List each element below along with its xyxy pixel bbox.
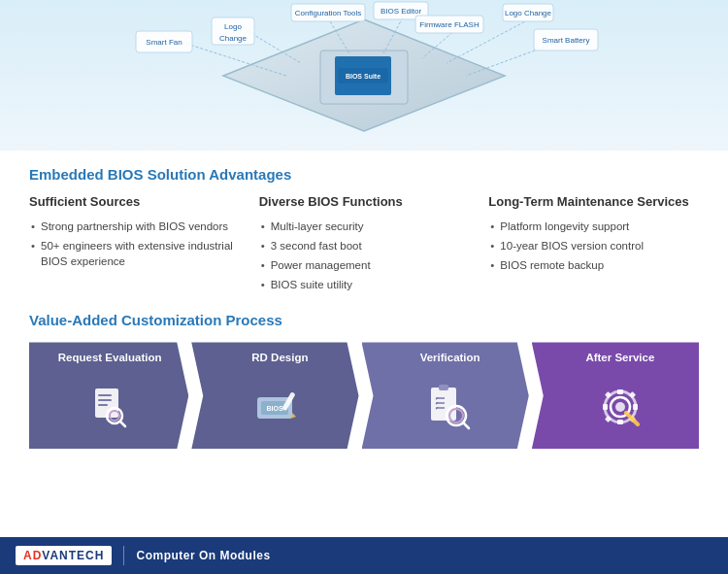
svg-text:BIOS Suite: BIOS Suite: [346, 73, 381, 80]
svg-text:BIOS Editor: BIOS Editor: [381, 7, 422, 16]
svg-rect-29: [98, 394, 112, 396]
step-rd-design: RD Design BIOS: [191, 342, 358, 449]
step-after-service: After Service: [532, 342, 699, 449]
step-request-evaluation: Request Evaluation: [29, 342, 188, 449]
rd-design-icon: BIOS: [253, 386, 307, 429]
step2-icon-wrap: BIOS: [253, 371, 307, 443]
col2-item-3: Power management: [259, 255, 470, 275]
col2-list: Multi-layer security 3 second fast boot …: [259, 217, 470, 294]
svg-rect-30: [98, 399, 112, 401]
svg-rect-58: [605, 391, 612, 398]
step-verification: Verification ✓ ✓ ✓: [362, 342, 529, 449]
svg-text:Firmware FLASH: Firmware FLASH: [419, 20, 480, 29]
col1-title: Sufficient Sources: [29, 194, 240, 209]
step2-label: RD Design: [251, 352, 308, 363]
svg-text:Configuration Tools: Configuration Tools: [295, 9, 361, 17]
after-service-icon: [595, 382, 645, 432]
top-diagram: BIOS Suite Smart Fan Logo Change Configu…: [0, 0, 728, 151]
verification-icon: ✓ ✓ ✓: [423, 383, 477, 431]
svg-text:Smart Battery: Smart Battery: [543, 36, 590, 45]
svg-rect-59: [629, 391, 636, 398]
col3-item-2: 10-year BIOS version control: [488, 236, 699, 255]
col3-list: Platform longevity support 10-year BIOS …: [488, 217, 699, 275]
request-evaluation-icon: [85, 383, 134, 431]
svg-line-50: [463, 422, 469, 428]
col3-item-1: Platform longevity support: [488, 217, 699, 236]
svg-rect-57: [633, 404, 638, 410]
svg-rect-55: [617, 420, 623, 424]
footer-bar: ADVANTECH Computer On Modules: [0, 537, 728, 574]
step3-label: Verification: [420, 352, 480, 363]
footer-divider: [123, 546, 124, 565]
svg-text:Smart Fan: Smart Fan: [146, 38, 182, 47]
step4-icon-wrap: [595, 371, 645, 443]
step4-label: After Service: [585, 352, 654, 363]
footer-product-line: Computer On Modules: [136, 549, 270, 562]
svg-text:Logo Change: Logo Change: [505, 9, 552, 17]
svg-text:✓: ✓: [435, 405, 439, 411]
step3-icon-wrap: ✓ ✓ ✓: [423, 371, 477, 443]
svg-line-34: [120, 422, 125, 426]
svg-rect-56: [603, 404, 608, 410]
svg-rect-54: [617, 389, 623, 394]
advantage-col-2: Diverse BIOS Functions Multi-layer secur…: [259, 194, 470, 294]
svg-point-53: [615, 402, 625, 412]
svg-rect-60: [605, 416, 612, 422]
step1-label: Request Evaluation: [58, 352, 162, 363]
svg-text:Change: Change: [219, 34, 248, 43]
footer-logo-vantech: VANTECH: [42, 549, 104, 562]
col1-item-2: 50+ engineers with extensive industrial …: [29, 236, 240, 271]
process-steps: Request Evaluation RD Design: [29, 342, 699, 449]
svg-text:Logo: Logo: [224, 22, 242, 31]
col1-item-1: Strong partnership with BIOS vendors: [29, 217, 240, 236]
col2-item-1: Multi-layer security: [259, 217, 470, 236]
col3-item-3: BIOS remote backup: [488, 255, 699, 275]
col1-list: Strong partnership with BIOS vendors 50+…: [29, 217, 240, 271]
advantages-section-title: Embedded BIOS Solution Advantages: [29, 166, 699, 183]
step1-icon-wrap: [85, 371, 134, 443]
col3-title: Long-Term Maintenance Services: [488, 194, 699, 209]
main-content: Embedded BIOS Solution Advantages Suffic…: [0, 151, 728, 465]
footer-logo: ADVANTECH: [16, 546, 112, 565]
value-section-title: Value-Added Customization Process: [29, 312, 699, 328]
col2-title: Diverse BIOS Functions: [259, 194, 470, 209]
advantages-grid: Sufficient Sources Strong partnership wi…: [29, 194, 699, 294]
col2-item-4: BIOS suite utility: [259, 275, 470, 294]
col2-item-2: 3 second fast boot: [259, 236, 470, 255]
svg-text:BIOS: BIOS: [266, 405, 282, 412]
footer-logo-ad: AD: [23, 549, 42, 562]
advantage-col-3: Long-Term Maintenance Services Platform …: [488, 194, 699, 294]
svg-rect-31: [98, 404, 108, 406]
svg-rect-41: [439, 385, 448, 390]
advantage-col-1: Sufficient Sources Strong partnership wi…: [29, 194, 240, 294]
